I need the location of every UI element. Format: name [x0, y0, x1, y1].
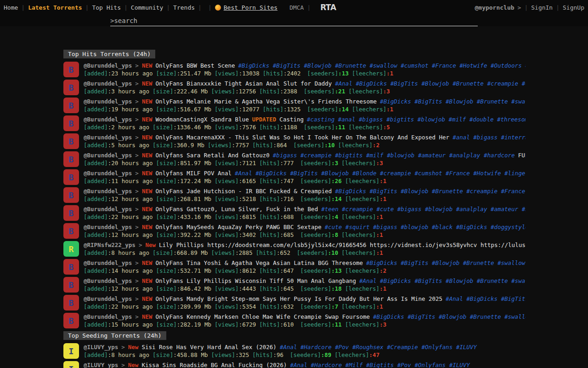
torrent-row[interactable]: B @Burunddel_yps>NEWOnlyFans Melanie Mar… [63, 97, 526, 115]
torrent-row[interactable]: B @Burunddel_yps>NEWOnlyfans MaySeeds Aq… [63, 222, 526, 240]
tag-links[interactable]: #BigDicks #BigTits #Blowjob #Brunette #s… [366, 259, 526, 266]
tag-links[interactable]: #Anal #BigDicks #BigTits … [446, 295, 526, 302]
tag-links[interactable]: #Anal #Hardcore #Pov #Roughsex #Creampie… [280, 344, 477, 351]
torrent-title[interactable]: WoodmanCastingX Sandra Blue [155, 116, 249, 123]
tag-links[interactable]: #casting #anal #bigass #bigtits #blowjob… [307, 116, 526, 123]
uploader-name[interactable]: @RIPNsfw222_yps [84, 242, 136, 248]
tag-links[interactable]: #BigDicks #BigTits #Blowjob #Brunette #s… [238, 62, 526, 69]
tag-links[interactable]: #Anal #Hardcore #Milf #Bigtits #Pov #Onl… [290, 362, 469, 368]
torrent-row[interactable]: I @ILUVY_yps>NewSisi Rose Has Very Hard … [63, 342, 526, 360]
uploader-avatar[interactable]: B [63, 223, 79, 239]
torrent-row[interactable]: I @ILUVY_yps>NewKissa Sins Roadside BG A… [63, 360, 526, 368]
torrent-title[interactable]: OnlyFans Gattouz0, Luna Silver, Fuck in … [155, 206, 318, 213]
uploader-name[interactable]: @Burunddel_yps [84, 277, 132, 284]
uploader-avatar[interactable]: B [63, 187, 79, 203]
torrent-row[interactable]: B @Burunddel_yps>NEWOnlyFans Jade Hutchi… [63, 186, 526, 204]
torrent-row[interactable]: B @Burunddel_yps>NEWOnlyfans MILF POV An… [63, 168, 526, 186]
tag-links[interactable]: #anal #bigass #interrac… [452, 134, 526, 141]
uploader-name[interactable]: @Burunddel_yps [84, 62, 132, 69]
uploader-avatar[interactable]: B [63, 169, 79, 185]
search-input[interactable] [110, 16, 478, 26]
uploader-name[interactable]: @Burunddel_yps [84, 224, 132, 230]
sign-up-link[interactable]: SignUp [563, 4, 584, 11]
nav-best-porn-sites[interactable]: Best Porn Sites [215, 4, 277, 11]
tag-links[interactable]: #Anal #BigDicks #BigTits #Blowjob #Brune… [335, 80, 526, 87]
uploader-avatar[interactable]: I [63, 343, 79, 359]
tag-links[interactable]: #Anal #BigDicks #BigTits #Blowjob #Blond… [235, 170, 526, 177]
torrent-title[interactable]: OnlyFans Kennedy Marksen Chloe Mae Wife … [155, 313, 370, 320]
torrent-row[interactable]: B @Burunddel_yps>NEWWoodmanCastingX Sand… [63, 115, 526, 132]
tag-links[interactable]: #Anal #BigDicks #BigTits #Blowjob #Brune… [359, 277, 526, 284]
uploader-avatar[interactable]: B [63, 259, 79, 275]
size-label: [size] [156, 196, 177, 202]
torrent-title[interactable]: OnlyFans Jade Hutchison - IR BBC Fucked … [155, 188, 332, 195]
torrent-row[interactable]: B @Burunddel_yps>NEWOnlyFans Lily Philli… [63, 276, 526, 294]
uploader-name[interactable]: @Burunddel_yps [84, 259, 132, 266]
torrent-title-line: @Burunddel_yps>NEWOnlyfans Sara Retali A… [84, 151, 526, 159]
torrent-title[interactable]: OnlyFans Melanie Marie & Agatha Vega Sis… [155, 98, 377, 105]
torrent-title[interactable]: OnlyFans Bianxxxkie Tight Asian Anal Slu… [155, 80, 332, 87]
torrent-title[interactable]: OnlyFans MacarenaXXX - This Slut Was So … [155, 134, 449, 141]
nav-dmca[interactable]: DMCA [289, 4, 304, 11]
uploader-name[interactable]: @ILUVY_yps [84, 344, 118, 351]
torrent-row[interactable]: R @RIPNsfw222_yps>NewLily Phillips https… [63, 240, 526, 258]
size-label: [size] [156, 106, 177, 113]
uploader-avatar[interactable]: B [63, 133, 79, 149]
torrent-row[interactable]: B @Burunddel_yps>NEWOnlyFans Tina Yoshi … [63, 258, 526, 276]
sign-in-link[interactable]: SignIn [531, 4, 553, 11]
uploader-name[interactable]: @ILUVY_yps [84, 362, 118, 368]
torrent-row[interactable]: B @Burunddel_yps>NEWOnlyFans BBW Best Sc… [63, 61, 526, 79]
tag-links[interactable]: #cute #squirt #bigass #blowjob #black #B… [325, 224, 526, 230]
uploader-avatar[interactable]: B [63, 115, 79, 131]
torrent-title[interactable]: OnlyFans Lily Phillips Wisconsin Tiff 50… [155, 277, 356, 284]
tag-links[interactable]: #teen #creampie #cute #bigass #blowjob #… [321, 206, 526, 213]
torrent-row[interactable]: B @Burunddel_yps>NEWOnlyFans Bianxxxkie … [63, 79, 526, 97]
uploader-avatar[interactable]: B [63, 277, 79, 293]
uploader-avatar[interactable]: B [63, 151, 79, 167]
uploader-avatar[interactable]: R [63, 241, 79, 257]
torrent-title[interactable]: OnlyFans BBW Best Scene [155, 62, 235, 69]
stat-size: [size]360.9 Mb [153, 142, 204, 149]
tag-links[interactable]: #BigDicks #BigTits #Blowjob #Brunette #c… [335, 188, 526, 195]
nav-trends[interactable]: Trends [173, 4, 195, 11]
uploader-name[interactable]: @Burunddel_yps [84, 188, 132, 195]
torrent-title[interactable]: Sisi Rose Has Very Hard Anal Sex (2026) [141, 344, 277, 351]
uploader-name[interactable]: @Burunddel_yps [84, 313, 132, 320]
torrent-title[interactable]: OnlyFans Mandy Bright Step-mom Says Her … [155, 295, 442, 302]
torrent-title[interactable]: Onlyfans MaySeeds AquaZay Perky PAWG BBC… [155, 224, 321, 230]
uploader-avatar[interactable]: B [63, 313, 79, 328]
nav-community[interactable]: Community [131, 4, 163, 11]
torrent-row[interactable]: B @Burunddel_yps>NEWOnlyFans MacarenaXXX… [63, 132, 526, 150]
uploader-avatar[interactable]: I [63, 361, 79, 368]
torrent-title[interactable]: Onlyfans Sara Retali And Gattouz0 [155, 152, 269, 159]
uploader-name[interactable]: @Burunddel_yps [84, 152, 132, 159]
tag-links[interactable]: #bigass #creampie #bigtits #milf #blowjo… [273, 152, 515, 159]
nav-home[interactable]: Home [4, 4, 18, 11]
uploader-avatar[interactable]: B [63, 62, 79, 77]
uploader-avatar[interactable]: B [63, 205, 79, 221]
nav-top-hits[interactable]: Top Hits [92, 4, 121, 11]
uploader-name[interactable]: @Burunddel_yps [84, 134, 132, 141]
torrent-row[interactable]: B @Burunddel_yps>NEWOnlyFans Kennedy Mar… [63, 312, 526, 330]
torrent-title[interactable]: OnlyFans Tina Yoshi & Agatha Vega Asian … [155, 259, 363, 266]
torrent-row[interactable]: B @Burunddel_yps>NEWOnlyFans Mandy Brigh… [63, 294, 526, 312]
torrent-row[interactable]: B @Burunddel_yps>NEWOnlyfans Sara Retali… [63, 150, 526, 168]
uploader-name[interactable]: @Burunddel_yps [84, 80, 132, 87]
uploader-name[interactable]: @Burunddel_yps [84, 295, 132, 302]
uploader-avatar[interactable]: B [63, 295, 79, 310]
uploader-name[interactable]: @Burunddel_yps [84, 170, 132, 177]
current-user-label[interactable]: @mypornclub [475, 4, 514, 11]
torrent-title[interactable]: Lily Phillips https://doodstream.com/e/l… [159, 242, 526, 248]
tag-links[interactable]: #BigDicks #BigTits #Blowjob #Brunette #s… [380, 98, 526, 105]
torrent-title[interactable]: Kissa Sins Roadside BG Anal Fucking (202… [141, 362, 287, 368]
tag-links[interactable]: #BigDicks #BigTits #Blowjob #Brunette #s… [373, 313, 526, 320]
uploader-name[interactable]: @Burunddel_yps [84, 98, 132, 105]
torrent-row[interactable]: B @Burunddel_yps>NEWOnlyFans Gattouz0, L… [63, 204, 526, 222]
uploader-name[interactable]: @Burunddel_yps [84, 206, 132, 213]
uploader-avatar[interactable]: B [63, 80, 79, 95]
nav-latest-torrents[interactable]: Latest Torrents [28, 4, 82, 11]
torrent-title-cont[interactable]: Casting [279, 116, 304, 123]
uploader-name[interactable]: @Burunddel_yps [84, 116, 132, 123]
torrent-title[interactable]: Onlyfans MILF POV Anal [155, 170, 232, 177]
uploader-avatar[interactable]: B [63, 98, 79, 113]
